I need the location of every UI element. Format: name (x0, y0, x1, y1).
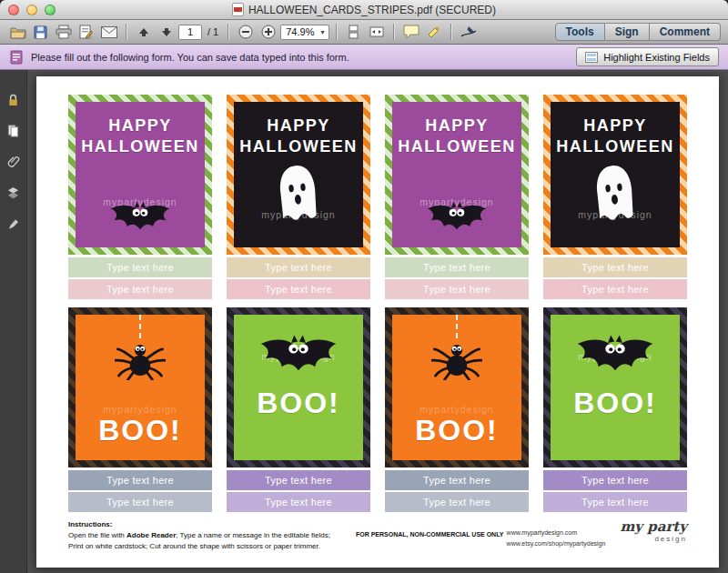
card: mypartydesign BOO! Type text here Type t… (543, 307, 687, 512)
envelope-icon (101, 26, 117, 38)
text-field[interactable]: Type text here (385, 279, 529, 299)
text-field[interactable]: Type text here (227, 492, 370, 512)
title-bar: HALLOWEEN_CARDS_STRIPES.pdf (SECURED) (0, 0, 728, 20)
card: HAPPY HALLOWEEN mypartydesign Type text … (543, 95, 687, 299)
page-number-input[interactable] (178, 25, 202, 40)
save-file-button[interactable] (30, 23, 51, 42)
security-settings-button[interactable] (5, 92, 22, 108)
share-document-button[interactable] (76, 23, 96, 42)
text-field[interactable]: Type text here (227, 279, 370, 299)
instructions-line2: Print on white cardstock; Cut around the… (68, 541, 353, 552)
card: HAPPY HALLOWEEN mypartydesign Type text … (385, 95, 529, 299)
etsy-url: www.etsy.com/shop/mypartydesign (507, 538, 606, 549)
card-border: mypartydesign BOO! (385, 307, 529, 467)
text-field[interactable]: Type text here (543, 257, 687, 277)
text-field[interactable]: Type text here (227, 470, 370, 490)
card-border: HAPPY HALLOWEEN mypartydesign (543, 95, 687, 255)
ghost-icon (583, 160, 647, 235)
next-page-button[interactable] (156, 23, 177, 42)
card-border: mypartydesign BOO! (227, 307, 370, 467)
bat-icon (255, 333, 342, 375)
signature-button[interactable] (458, 23, 479, 42)
highlight-text-button[interactable] (423, 23, 444, 42)
card-border: mypartydesign BOO! (543, 307, 687, 467)
toolbar-divider (228, 24, 228, 40)
edit-tools-button[interactable] (5, 216, 22, 232)
sign-panel-button[interactable]: Sign (605, 23, 650, 41)
print-button[interactable] (53, 23, 74, 42)
card-border: mypartydesign BOO! (68, 307, 212, 467)
minimize-window-button[interactable] (26, 5, 37, 15)
sticky-note-button[interactable] (400, 23, 421, 42)
speech-bubble-icon (403, 25, 420, 39)
document-viewport: HAPPY HALLOWEEN mypartydesign Type text … (0, 70, 728, 573)
text-field[interactable]: Type text here (68, 492, 212, 512)
close-window-button[interactable] (8, 5, 19, 15)
card-text-fields: Type text here Type text here (68, 257, 212, 299)
card-front: HAPPY HALLOWEEN mypartydesign (234, 102, 363, 247)
bat-icon (423, 200, 490, 233)
scrolling-mode-button[interactable] (343, 23, 364, 42)
highlight-existing-fields-button[interactable]: Highlight Existing Fields (576, 47, 719, 66)
minus-circle-icon (238, 25, 253, 39)
website-links: www.mypartydesign.com www.etsy.com/shop/… (507, 528, 606, 549)
layers-button[interactable] (5, 185, 22, 201)
card-title: HAPPY HALLOWEEN (398, 116, 516, 156)
text-field[interactable]: Type text here (227, 257, 370, 277)
arrow-up-icon (138, 27, 149, 37)
zoom-out-button[interactable] (235, 23, 256, 42)
instructions-line1-pre: Open the file with (68, 531, 126, 539)
previous-page-button[interactable] (133, 23, 154, 42)
zoom-window-button[interactable] (45, 5, 56, 15)
ghost-icon (267, 160, 330, 235)
usage-notice: FOR PERSONAL, NON-COMMERCIAL USE ONLY (353, 531, 507, 538)
tools-panel-button[interactable]: Tools (555, 23, 605, 41)
toolbar-divider (393, 24, 394, 40)
card: mypartydesign BOO! Type text here Type t… (68, 307, 212, 512)
document-area[interactable]: HAPPY HALLOWEEN mypartydesign Type text … (27, 70, 728, 573)
highlight-fields-icon (585, 52, 598, 63)
text-field[interactable]: Type text here (68, 279, 212, 299)
card-title-line1: HAPPY (239, 116, 358, 136)
text-field[interactable]: Type text here (385, 470, 529, 490)
email-button[interactable] (98, 23, 119, 42)
acrobat-window: HALLOWEEN_CARDS_STRIPES.pdf (SECURED) / … (0, 0, 728, 573)
save-disk-icon (34, 25, 47, 39)
card-front: mypartydesign BOO! (76, 315, 205, 460)
text-field[interactable]: Type text here (385, 492, 529, 512)
page-thumbnails-button[interactable] (5, 123, 22, 139)
spider-icon (431, 337, 482, 380)
highlight-existing-fields-label: Highlight Existing Fields (603, 52, 710, 63)
zoom-in-button[interactable] (258, 23, 278, 42)
card-front: HAPPY HALLOWEEN mypartydesign (392, 102, 521, 247)
card-title-line2: HALLOWEEN (239, 136, 358, 157)
card-title: BOO! (257, 387, 340, 420)
pen-icon (6, 217, 20, 231)
open-file-button[interactable] (7, 23, 28, 42)
text-field[interactable]: Type text here (68, 257, 212, 277)
card: HAPPY HALLOWEEN mypartydesign Type text … (68, 95, 212, 299)
text-field[interactable]: Type text here (385, 257, 529, 277)
bat-icon (571, 333, 659, 375)
attachments-button[interactable] (5, 154, 22, 170)
card-title: BOO! (415, 414, 499, 447)
text-field[interactable]: Type text here (543, 470, 687, 490)
fit-width-button[interactable] (366, 23, 387, 42)
comment-panel-button[interactable]: Comment (650, 23, 721, 41)
brand-logo-name: my party (620, 520, 687, 534)
website-url: www.mypartydesign.com (507, 528, 606, 538)
text-field[interactable]: Type text here (543, 279, 687, 299)
card-text-fields: Type text here Type text here (543, 470, 687, 512)
card-title-line1: HAPPY (556, 116, 674, 136)
text-field[interactable]: Type text here (543, 492, 687, 512)
highlighter-icon (427, 25, 441, 39)
zoom-level-select[interactable]: 74.9% ▾ (280, 25, 329, 40)
card: HAPPY HALLOWEEN mypartydesign Type text … (227, 95, 370, 299)
toolbar-divider (336, 24, 337, 40)
card-front: mypartydesign BOO! (392, 315, 521, 460)
paperclip-icon (7, 155, 20, 169)
text-field[interactable]: Type text here (68, 470, 212, 490)
card-border: HAPPY HALLOWEEN mypartydesign (68, 95, 212, 255)
card-title-line2: HALLOWEEN (398, 136, 516, 157)
panel-buttons: Tools Sign Comment (555, 23, 721, 41)
